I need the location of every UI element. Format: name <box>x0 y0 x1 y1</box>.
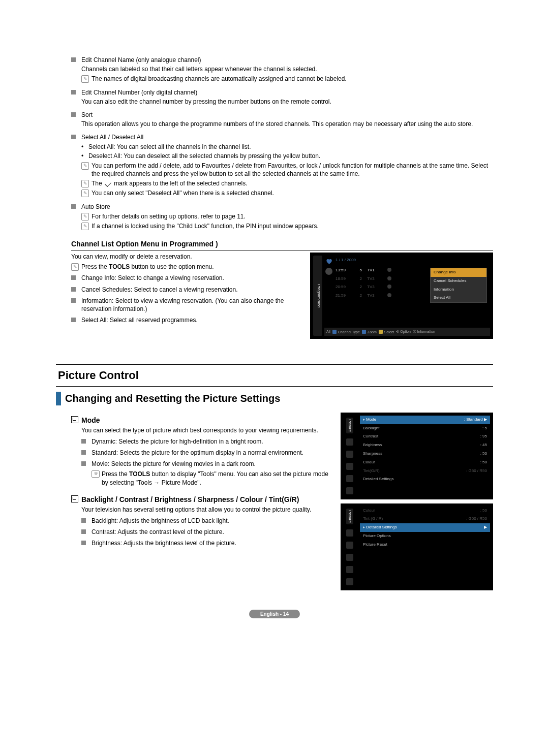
setting-row: Sharpness: 50 <box>360 450 490 458</box>
setting-row: Brightness: 45 <box>360 441 490 450</box>
picture-control-heading: Picture Control <box>56 364 493 387</box>
setting-row: Detailed Settings <box>360 475 490 484</box>
legend-select: Select <box>384 330 394 334</box>
channel-op-item: Select All / Deselect All•Select All: Yo… <box>71 133 493 197</box>
note: ✎You can only select "Deselect All" when… <box>81 189 493 197</box>
legend-zoom: Zoom <box>368 330 377 334</box>
mode-intro: You can select the type of picture which… <box>81 426 330 434</box>
sub-bullet: •Deselect All: You can deselect all the … <box>81 152 493 160</box>
toolnote-bold: TOOLS <box>129 470 150 478</box>
context-menu-item: Select All <box>431 294 486 302</box>
note-icon: ✎ <box>81 162 89 170</box>
schedule-date: 1 / 1 / 2009 <box>324 256 490 266</box>
tv-legend: All Channel Type Zoom Select ⟲ Option ⓘ … <box>324 328 490 336</box>
note-icon: ✎ <box>81 223 89 230</box>
setting-icon <box>346 542 353 549</box>
note-icon: ✎ <box>81 180 89 187</box>
legend-all: All <box>326 330 330 333</box>
item-title: Select All / Deselect All <box>81 133 493 141</box>
channel-list-option-heading: Channel List Option Menu in Programmed ) <box>71 239 493 250</box>
item-title: Auto Store <box>81 203 493 211</box>
legend-information: Information <box>417 330 435 333</box>
setting-row: Picture Options <box>360 532 490 541</box>
adjust-item: Brightness: Adjusts the brightness level… <box>81 539 330 547</box>
mode-heading: Mode <box>71 416 330 425</box>
context-menu-item: Information <box>431 286 486 294</box>
setting-icon <box>346 566 353 573</box>
channel-op-item: Edit Channel Number (only digital channe… <box>71 88 493 106</box>
setting-icon <box>346 475 353 482</box>
setting-icon <box>346 578 353 585</box>
programmed-tab: Programmed <box>313 256 322 336</box>
mode-item: Movie: Selects the picture for viewing m… <box>81 460 330 468</box>
picture-settings-screenshot-2: Picture Colour: 50Tint (G / R): G50 / R5… <box>341 503 493 590</box>
adjustments-heading: Backlight / Contrast / Brightness / Shar… <box>71 495 330 505</box>
note-bold: TOOLS <box>109 263 130 270</box>
setting-row: ▸ Mode: Standard ▶ <box>360 416 490 424</box>
setting-row: Tint(G/R): G50 / R50 <box>360 467 490 476</box>
setting-row: Picture Reset <box>360 541 490 549</box>
tools-picture-mode-note: ⚒ Press the TOOLS button to display "Too… <box>92 470 330 486</box>
setting-row: Backlight: 5 <box>360 424 490 433</box>
note-icon: ✎ <box>81 213 89 220</box>
toolnote-pre: Press the <box>102 470 129 478</box>
note: ✎If a channel is locked using the "Child… <box>81 222 493 230</box>
note-post: button to use the option menu. <box>130 263 214 270</box>
option-menu-item: Information: Select to view a viewing re… <box>71 297 300 313</box>
section2-intro: You can view, modify or delete a reserva… <box>71 253 300 261</box>
setting-icon <box>346 438 353 446</box>
legend-option: Option <box>400 330 411 333</box>
setting-icon <box>346 487 353 494</box>
note: ✎For further details on setting up optio… <box>81 212 493 220</box>
channel-op-item: SortThis operation allows you to change … <box>71 111 493 128</box>
adjust-item: Backlight: Adjusts the brightness of LCD… <box>81 517 330 525</box>
picture-settings-screenshot-1: Picture ▸ Mode: Standard ▶Backlight: 5Co… <box>341 413 493 499</box>
channel-op-item: Edit Channel Name (only analogue channel… <box>71 56 493 83</box>
item-desc: This operation allows you to change the … <box>81 120 493 128</box>
context-menu-item: Change Info <box>431 268 486 277</box>
note-icon: ✎ <box>81 190 89 197</box>
mode-item: Standard: Selects the picture for the op… <box>81 449 330 457</box>
note-icon: ✎ <box>81 75 89 83</box>
channel-operations-list: Edit Channel Name (only analogue channel… <box>56 56 493 230</box>
adjustments-intro: Your television has several setting opti… <box>81 506 330 514</box>
setting-icon <box>346 451 353 458</box>
note-icon: ✎ <box>71 263 79 271</box>
item-desc: You can also edit the channel number by … <box>81 98 493 106</box>
setting-row: Contrast: 95 <box>360 432 490 441</box>
changing-resetting-heading: Changing and Resetting the Picture Setti… <box>56 392 493 405</box>
setting-icon <box>346 529 353 537</box>
picture-tab: Picture <box>346 418 354 433</box>
context-menu: Change InfoCancel SchedulesInformationSe… <box>430 268 487 303</box>
adjust-item: Contrast: Adjusts the contrast level of … <box>81 528 330 536</box>
setting-row: Colour: 50 <box>360 507 490 515</box>
tools-icon: ⚒ <box>92 470 100 478</box>
heart-icon <box>325 258 332 265</box>
channel-op-item: Auto Store✎For further details on settin… <box>71 203 493 231</box>
item-desc: Channels can labeled so that their call … <box>81 65 493 73</box>
note: ✎The names of digital broadcasting chann… <box>81 75 493 83</box>
option-menu-item: Change Info: Select to change a viewing … <box>71 274 300 282</box>
note-pre: Press the <box>81 263 109 270</box>
mode-item: Dynamic: Selects the picture for high-de… <box>81 437 330 446</box>
clock-icon <box>325 268 332 275</box>
setting-icon <box>346 463 353 470</box>
picture-tab: Picture <box>346 509 354 524</box>
item-title: Edit Channel Name (only analogue channel… <box>81 56 493 64</box>
press-tools-note: ✎ Press the TOOLS button to use the opti… <box>71 263 300 271</box>
item-title: Sort <box>81 111 493 119</box>
option-menu-item: Cancel Schedules: Select to cancel a vie… <box>71 286 300 294</box>
option-menu-item: Select All: Select all reserved programm… <box>71 316 300 324</box>
legend-channel-type: Channel Type <box>338 330 360 334</box>
context-menu-item: Cancel Schedules <box>431 277 486 286</box>
setting-row: Tint (G / R): G50 / R50 <box>360 515 490 523</box>
note: ✎The mark appears to the left of the sel… <box>81 179 493 187</box>
item-title: Edit Channel Number (only digital channe… <box>81 88 493 97</box>
programmed-screenshot: Programmed 1 / 1 / 2009 13:595TV118:592T… <box>310 253 493 339</box>
setting-row: Colour: 50 <box>360 458 490 467</box>
page-footer: English - 14 <box>249 610 300 619</box>
note: ✎You can perform the add / delete, add t… <box>81 162 493 178</box>
setting-row: ▸ Detailed Settings ▶ <box>360 523 490 532</box>
setting-icon <box>346 554 353 561</box>
sub-bullet: •Select All: You can select all the chan… <box>81 143 493 151</box>
